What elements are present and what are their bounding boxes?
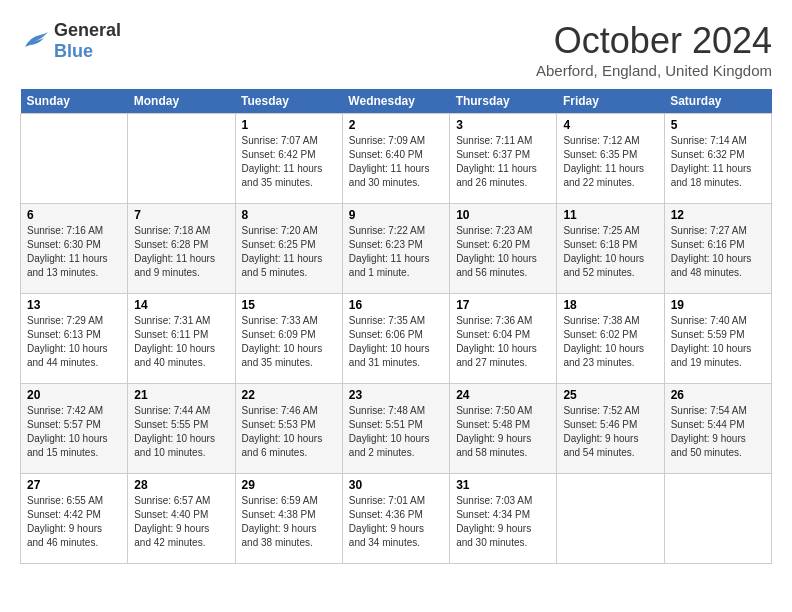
day-header-monday: Monday: [128, 89, 235, 114]
day-info: Sunrise: 7:23 AM Sunset: 6:20 PM Dayligh…: [456, 224, 550, 280]
day-number: 9: [349, 208, 443, 222]
day-header-wednesday: Wednesday: [342, 89, 449, 114]
calendar-cell: 13Sunrise: 7:29 AM Sunset: 6:13 PM Dayli…: [21, 294, 128, 384]
logo-icon: [20, 29, 50, 53]
day-number: 5: [671, 118, 765, 132]
day-info: Sunrise: 7:27 AM Sunset: 6:16 PM Dayligh…: [671, 224, 765, 280]
week-row-4: 20Sunrise: 7:42 AM Sunset: 5:57 PM Dayli…: [21, 384, 772, 474]
calendar-cell: 8Sunrise: 7:20 AM Sunset: 6:25 PM Daylig…: [235, 204, 342, 294]
day-number: 26: [671, 388, 765, 402]
calendar-cell: 16Sunrise: 7:35 AM Sunset: 6:06 PM Dayli…: [342, 294, 449, 384]
week-row-1: 1Sunrise: 7:07 AM Sunset: 6:42 PM Daylig…: [21, 114, 772, 204]
calendar-cell: 14Sunrise: 7:31 AM Sunset: 6:11 PM Dayli…: [128, 294, 235, 384]
day-info: Sunrise: 6:55 AM Sunset: 4:42 PM Dayligh…: [27, 494, 121, 550]
calendar-cell: 10Sunrise: 7:23 AM Sunset: 6:20 PM Dayli…: [450, 204, 557, 294]
day-number: 20: [27, 388, 121, 402]
day-number: 24: [456, 388, 550, 402]
day-number: 31: [456, 478, 550, 492]
calendar-cell: 31Sunrise: 7:03 AM Sunset: 4:34 PM Dayli…: [450, 474, 557, 564]
day-header-thursday: Thursday: [450, 89, 557, 114]
day-info: Sunrise: 7:44 AM Sunset: 5:55 PM Dayligh…: [134, 404, 228, 460]
day-info: Sunrise: 7:50 AM Sunset: 5:48 PM Dayligh…: [456, 404, 550, 460]
day-info: Sunrise: 7:31 AM Sunset: 6:11 PM Dayligh…: [134, 314, 228, 370]
day-number: 30: [349, 478, 443, 492]
calendar-cell: 24Sunrise: 7:50 AM Sunset: 5:48 PM Dayli…: [450, 384, 557, 474]
calendar-cell: 1Sunrise: 7:07 AM Sunset: 6:42 PM Daylig…: [235, 114, 342, 204]
day-number: 8: [242, 208, 336, 222]
day-info: Sunrise: 7:12 AM Sunset: 6:35 PM Dayligh…: [563, 134, 657, 190]
calendar-cell: 28Sunrise: 6:57 AM Sunset: 4:40 PM Dayli…: [128, 474, 235, 564]
calendar-cell: 19Sunrise: 7:40 AM Sunset: 5:59 PM Dayli…: [664, 294, 771, 384]
day-number: 14: [134, 298, 228, 312]
day-info: Sunrise: 7:16 AM Sunset: 6:30 PM Dayligh…: [27, 224, 121, 280]
day-info: Sunrise: 7:33 AM Sunset: 6:09 PM Dayligh…: [242, 314, 336, 370]
calendar-cell: 29Sunrise: 6:59 AM Sunset: 4:38 PM Dayli…: [235, 474, 342, 564]
day-info: Sunrise: 7:46 AM Sunset: 5:53 PM Dayligh…: [242, 404, 336, 460]
day-info: Sunrise: 7:18 AM Sunset: 6:28 PM Dayligh…: [134, 224, 228, 280]
calendar-cell: 17Sunrise: 7:36 AM Sunset: 6:04 PM Dayli…: [450, 294, 557, 384]
day-number: 13: [27, 298, 121, 312]
day-number: 3: [456, 118, 550, 132]
day-number: 10: [456, 208, 550, 222]
calendar-cell: [21, 114, 128, 204]
day-info: Sunrise: 7:29 AM Sunset: 6:13 PM Dayligh…: [27, 314, 121, 370]
calendar-cell: [664, 474, 771, 564]
day-number: 2: [349, 118, 443, 132]
week-row-5: 27Sunrise: 6:55 AM Sunset: 4:42 PM Dayli…: [21, 474, 772, 564]
calendar-cell: 23Sunrise: 7:48 AM Sunset: 5:51 PM Dayli…: [342, 384, 449, 474]
day-info: Sunrise: 7:54 AM Sunset: 5:44 PM Dayligh…: [671, 404, 765, 460]
calendar-cell: 20Sunrise: 7:42 AM Sunset: 5:57 PM Dayli…: [21, 384, 128, 474]
day-header-tuesday: Tuesday: [235, 89, 342, 114]
day-info: Sunrise: 7:03 AM Sunset: 4:34 PM Dayligh…: [456, 494, 550, 550]
calendar-cell: 7Sunrise: 7:18 AM Sunset: 6:28 PM Daylig…: [128, 204, 235, 294]
month-title: October 2024: [536, 20, 772, 62]
day-info: Sunrise: 6:59 AM Sunset: 4:38 PM Dayligh…: [242, 494, 336, 550]
day-info: Sunrise: 7:38 AM Sunset: 6:02 PM Dayligh…: [563, 314, 657, 370]
day-number: 1: [242, 118, 336, 132]
day-info: Sunrise: 7:42 AM Sunset: 5:57 PM Dayligh…: [27, 404, 121, 460]
week-row-2: 6Sunrise: 7:16 AM Sunset: 6:30 PM Daylig…: [21, 204, 772, 294]
day-info: Sunrise: 7:25 AM Sunset: 6:18 PM Dayligh…: [563, 224, 657, 280]
day-number: 28: [134, 478, 228, 492]
day-header-friday: Friday: [557, 89, 664, 114]
calendar-cell: 3Sunrise: 7:11 AM Sunset: 6:37 PM Daylig…: [450, 114, 557, 204]
day-info: Sunrise: 7:09 AM Sunset: 6:40 PM Dayligh…: [349, 134, 443, 190]
day-number: 25: [563, 388, 657, 402]
day-header-saturday: Saturday: [664, 89, 771, 114]
day-number: 23: [349, 388, 443, 402]
calendar-cell: 12Sunrise: 7:27 AM Sunset: 6:16 PM Dayli…: [664, 204, 771, 294]
calendar-cell: 18Sunrise: 7:38 AM Sunset: 6:02 PM Dayli…: [557, 294, 664, 384]
calendar-body: 1Sunrise: 7:07 AM Sunset: 6:42 PM Daylig…: [21, 114, 772, 564]
calendar-table: SundayMondayTuesdayWednesdayThursdayFrid…: [20, 89, 772, 564]
day-info: Sunrise: 7:40 AM Sunset: 5:59 PM Dayligh…: [671, 314, 765, 370]
day-number: 4: [563, 118, 657, 132]
day-info: Sunrise: 7:07 AM Sunset: 6:42 PM Dayligh…: [242, 134, 336, 190]
day-info: Sunrise: 7:48 AM Sunset: 5:51 PM Dayligh…: [349, 404, 443, 460]
calendar-cell: 11Sunrise: 7:25 AM Sunset: 6:18 PM Dayli…: [557, 204, 664, 294]
calendar-cell: 26Sunrise: 7:54 AM Sunset: 5:44 PM Dayli…: [664, 384, 771, 474]
calendar-cell: 6Sunrise: 7:16 AM Sunset: 6:30 PM Daylig…: [21, 204, 128, 294]
day-info: Sunrise: 7:11 AM Sunset: 6:37 PM Dayligh…: [456, 134, 550, 190]
day-info: Sunrise: 7:01 AM Sunset: 4:36 PM Dayligh…: [349, 494, 443, 550]
day-number: 29: [242, 478, 336, 492]
day-number: 18: [563, 298, 657, 312]
calendar-cell: 4Sunrise: 7:12 AM Sunset: 6:35 PM Daylig…: [557, 114, 664, 204]
day-info: Sunrise: 7:52 AM Sunset: 5:46 PM Dayligh…: [563, 404, 657, 460]
day-number: 6: [27, 208, 121, 222]
calendar-cell: 25Sunrise: 7:52 AM Sunset: 5:46 PM Dayli…: [557, 384, 664, 474]
calendar-header-row: SundayMondayTuesdayWednesdayThursdayFrid…: [21, 89, 772, 114]
calendar-cell: 22Sunrise: 7:46 AM Sunset: 5:53 PM Dayli…: [235, 384, 342, 474]
day-info: Sunrise: 7:20 AM Sunset: 6:25 PM Dayligh…: [242, 224, 336, 280]
calendar-cell: 5Sunrise: 7:14 AM Sunset: 6:32 PM Daylig…: [664, 114, 771, 204]
header: General Blue October 2024 Aberford, Engl…: [20, 20, 772, 79]
day-number: 17: [456, 298, 550, 312]
calendar-cell: 2Sunrise: 7:09 AM Sunset: 6:40 PM Daylig…: [342, 114, 449, 204]
calendar-cell: 15Sunrise: 7:33 AM Sunset: 6:09 PM Dayli…: [235, 294, 342, 384]
week-row-3: 13Sunrise: 7:29 AM Sunset: 6:13 PM Dayli…: [21, 294, 772, 384]
title-section: October 2024 Aberford, England, United K…: [536, 20, 772, 79]
calendar-cell: [557, 474, 664, 564]
day-info: Sunrise: 7:36 AM Sunset: 6:04 PM Dayligh…: [456, 314, 550, 370]
calendar-cell: 30Sunrise: 7:01 AM Sunset: 4:36 PM Dayli…: [342, 474, 449, 564]
day-number: 11: [563, 208, 657, 222]
day-info: Sunrise: 7:22 AM Sunset: 6:23 PM Dayligh…: [349, 224, 443, 280]
